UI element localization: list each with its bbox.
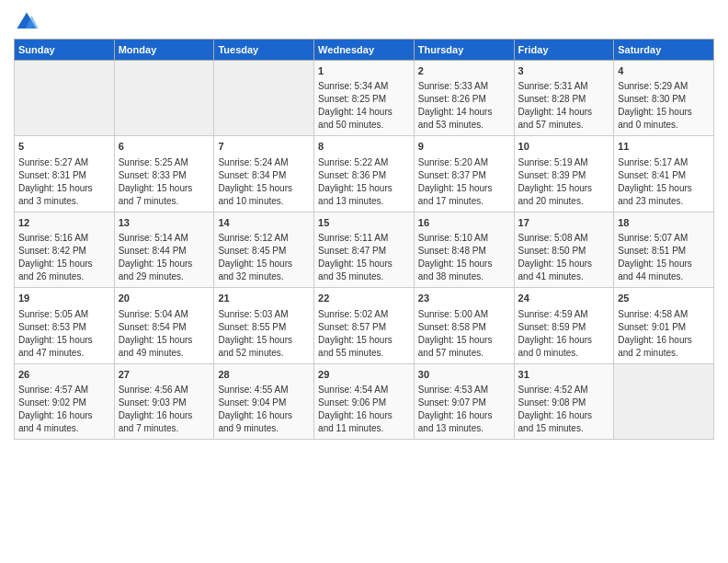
header [14,9,714,35]
calendar-header: SundayMondayTuesdayWednesdayThursdayFrid… [15,40,714,61]
day-info: Sunrise: 5:33 AM [418,80,510,93]
day-info: Sunrise: 5:03 AM [218,308,310,321]
calendar-cell: 4Sunrise: 5:29 AMSunset: 8:30 PMDaylight… [614,61,714,136]
week-row-4: 19Sunrise: 5:05 AMSunset: 8:53 PMDayligh… [15,288,714,363]
day-info: and 47 minutes. [18,347,110,360]
day-info: and 32 minutes. [218,270,310,283]
calendar-cell: 5Sunrise: 5:27 AMSunset: 8:31 PMDaylight… [15,136,115,212]
calendar-cell: 1Sunrise: 5:34 AMSunset: 8:25 PMDaylight… [314,61,415,136]
day-number: 13 [119,216,210,230]
day-info: Sunset: 8:44 PM [119,245,210,258]
calendar-cell: 22Sunrise: 5:02 AMSunset: 8:57 PMDayligh… [314,288,415,363]
calendar-cell: 16Sunrise: 5:10 AMSunset: 8:48 PMDayligh… [414,212,514,287]
day-number: 1 [318,64,410,78]
day-info: Daylight: 16 hours [318,409,410,422]
day-info: Sunrise: 5:24 AM [218,156,310,169]
day-info: Sunrise: 5:07 AM [618,232,710,245]
day-header-wednesday: Wednesday [314,40,415,61]
day-info: Daylight: 15 hours [318,182,410,195]
day-header-friday: Friday [514,40,614,61]
day-info: Sunset: 8:33 PM [119,169,210,182]
calendar-cell: 3Sunrise: 5:31 AMSunset: 8:28 PMDaylight… [514,61,614,136]
calendar-cell: 24Sunrise: 4:59 AMSunset: 8:59 PMDayligh… [514,288,614,363]
day-number: 6 [119,140,210,154]
day-info: and 15 minutes. [518,422,610,435]
calendar-cell [114,61,214,136]
day-info: Sunset: 8:28 PM [518,93,610,106]
day-info: Daylight: 16 hours [119,409,210,422]
day-info: Daylight: 15 hours [119,334,210,347]
calendar-cell: 10Sunrise: 5:19 AMSunset: 8:39 PMDayligh… [514,136,614,212]
day-info: Daylight: 15 hours [618,106,710,119]
day-info: Sunrise: 4:58 AM [618,308,710,321]
day-info: and 3 minutes. [18,195,110,208]
day-info: and 17 minutes. [418,195,510,208]
day-info: and 44 minutes. [618,270,710,283]
day-info: and 23 minutes. [618,195,710,208]
day-info: Sunset: 8:58 PM [418,321,510,334]
calendar-cell: 13Sunrise: 5:14 AMSunset: 8:44 PMDayligh… [114,212,214,287]
day-info: Sunrise: 4:56 AM [119,384,210,396]
day-info: and 57 minutes. [418,347,510,360]
day-info: Sunrise: 5:10 AM [418,232,510,245]
day-info: and 2 minutes. [618,347,710,360]
day-info: Sunrise: 5:34 AM [318,80,410,93]
day-number: 12 [18,216,110,230]
day-info: and 4 minutes. [18,422,110,435]
day-info: Sunset: 8:37 PM [418,169,510,182]
calendar-cell: 19Sunrise: 5:05 AMSunset: 8:53 PMDayligh… [15,288,115,363]
day-info: Sunrise: 5:29 AM [618,80,710,93]
day-info: Daylight: 14 hours [318,106,410,119]
calendar-cell: 31Sunrise: 4:52 AMSunset: 9:08 PMDayligh… [514,363,614,439]
day-number: 4 [618,64,710,78]
week-row-1: 1Sunrise: 5:34 AMSunset: 8:25 PMDaylight… [15,61,714,136]
day-header-monday: Monday [114,40,214,61]
day-number: 26 [18,368,110,382]
day-info: Sunrise: 5:11 AM [318,232,410,245]
day-info: Sunrise: 5:19 AM [518,156,610,169]
day-number: 30 [418,368,510,382]
logo-icon [14,9,40,35]
day-info: and 55 minutes. [318,347,410,360]
day-info: Daylight: 15 hours [418,258,510,270]
day-header-sunday: Sunday [15,40,115,61]
day-info: and 53 minutes. [418,119,510,132]
day-number: 27 [119,368,210,382]
day-info: Daylight: 15 hours [318,258,410,270]
day-info: Sunset: 8:36 PM [318,169,410,182]
calendar-cell: 8Sunrise: 5:22 AMSunset: 8:36 PMDaylight… [314,136,415,212]
day-info: Sunset: 8:51 PM [618,245,710,258]
day-info: Sunset: 8:31 PM [18,169,110,182]
calendar-cell: 20Sunrise: 5:04 AMSunset: 8:54 PMDayligh… [114,288,214,363]
day-info: Sunset: 8:45 PM [218,245,310,258]
day-number: 7 [218,140,310,154]
day-info: Sunrise: 5:08 AM [518,232,610,245]
calendar-cell: 9Sunrise: 5:20 AMSunset: 8:37 PMDaylight… [414,136,514,212]
day-info: Sunset: 8:47 PM [318,245,410,258]
day-header-tuesday: Tuesday [214,40,314,61]
day-info: Daylight: 15 hours [618,182,710,195]
day-info: Sunset: 8:48 PM [418,245,510,258]
day-info: Sunrise: 5:04 AM [119,308,210,321]
day-info: Sunrise: 4:57 AM [18,384,110,396]
day-header-thursday: Thursday [414,40,514,61]
day-info: and 35 minutes. [318,270,410,283]
day-info: Daylight: 15 hours [618,258,710,270]
day-header-saturday: Saturday [614,40,714,61]
day-info: Sunrise: 4:59 AM [518,308,610,321]
day-info: and 26 minutes. [18,270,110,283]
day-info: Sunset: 8:39 PM [518,169,610,182]
calendar-cell: 15Sunrise: 5:11 AMSunset: 8:47 PMDayligh… [314,212,415,287]
day-info: and 10 minutes. [218,195,310,208]
day-info: Sunrise: 5:14 AM [119,232,210,245]
day-info: and 52 minutes. [218,347,310,360]
day-number: 31 [518,368,610,382]
day-info: Daylight: 15 hours [318,334,410,347]
calendar-body: 1Sunrise: 5:34 AMSunset: 8:25 PMDaylight… [15,61,714,440]
day-info: Daylight: 15 hours [18,334,110,347]
day-info: Daylight: 15 hours [119,258,210,270]
day-info: Sunrise: 5:31 AM [518,80,610,93]
day-info: Sunset: 9:04 PM [218,396,310,409]
week-row-3: 12Sunrise: 5:16 AMSunset: 8:42 PMDayligh… [15,212,714,287]
calendar-cell: 11Sunrise: 5:17 AMSunset: 8:41 PMDayligh… [614,136,714,212]
